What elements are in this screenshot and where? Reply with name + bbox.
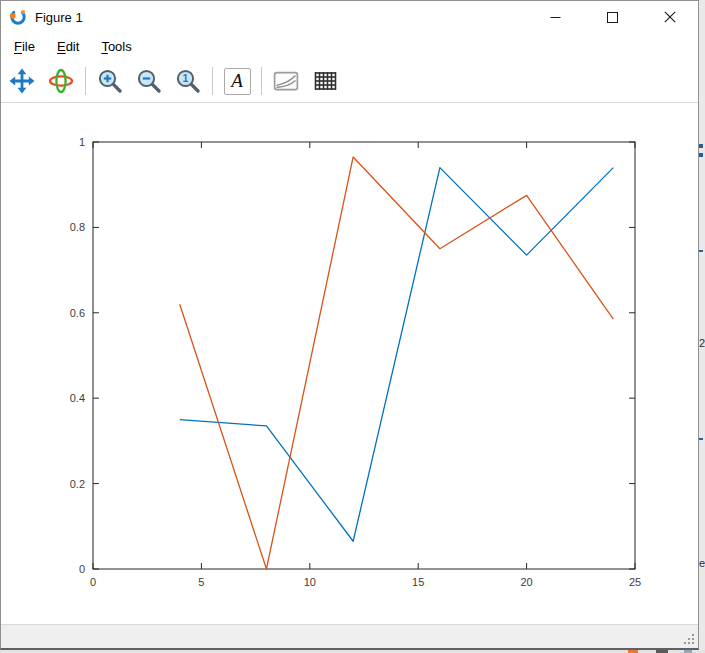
series-blue: [180, 168, 614, 542]
menu-edit[interactable]: Edit: [46, 35, 90, 58]
axes-icon: [273, 68, 299, 94]
clipped-glyph-fragment: [699, 144, 703, 148]
toolbar-separator: [85, 67, 86, 95]
zoom-one-glyph: 1: [183, 72, 189, 84]
x-tick-label: 15: [412, 576, 424, 588]
text-tool-icon: A: [224, 68, 251, 95]
resize-grip-icon[interactable]: [682, 632, 696, 646]
close-icon: [664, 11, 676, 23]
zoom-in-icon: [97, 68, 123, 94]
figure-plot[interactable]: 051015202500.20.40.60.81: [1, 103, 698, 623]
x-tick-label: 10: [304, 576, 316, 588]
minimize-button[interactable]: [527, 1, 584, 33]
plot-box: [93, 142, 635, 569]
pan-tool-button[interactable]: [7, 65, 37, 97]
toggle-axes-button[interactable]: [271, 65, 301, 97]
toggle-grid-button[interactable]: [310, 65, 340, 97]
insert-text-button[interactable]: A: [222, 65, 252, 97]
y-tick-label: 0.4: [70, 392, 85, 404]
pan-icon: [9, 68, 35, 94]
maximize-button[interactable]: [584, 1, 641, 33]
figure-canvas: 051015202500.20.40.60.81: [1, 103, 698, 623]
rotate-tool-button[interactable]: [46, 65, 76, 97]
zoom-original-icon: 1: [175, 68, 201, 94]
x-tick-label: 20: [520, 576, 532, 588]
zoom-in-button[interactable]: [95, 65, 125, 97]
toolbar: 1 A: [1, 60, 698, 103]
maximize-icon: [607, 12, 618, 23]
status-bar: [1, 624, 698, 648]
y-tick-label: 0.6: [70, 307, 85, 319]
close-button[interactable]: [641, 1, 698, 33]
series-orange: [180, 157, 614, 569]
zoom-original-button[interactable]: 1: [173, 65, 203, 97]
grid-icon: [312, 68, 338, 94]
menu-tools[interactable]: Tools: [90, 35, 142, 58]
toolbar-separator: [261, 67, 262, 95]
y-tick-label: 0: [79, 563, 85, 575]
x-tick-label: 5: [198, 576, 204, 588]
clipped-glyph-fragment: [699, 250, 703, 252]
background-sliver-right: 2 e: [699, 0, 705, 653]
zoom-out-icon: [136, 68, 162, 94]
clipped-glyph-fragment: [699, 438, 703, 440]
figure-window: Figure 1 File Edit Tools: [0, 0, 699, 650]
x-tick-label: 25: [629, 576, 641, 588]
clipped-glyph-fragment: e: [699, 557, 705, 569]
minimize-icon: [550, 12, 561, 23]
octave-logo-icon: [9, 8, 27, 26]
toolbar-separator: [212, 67, 213, 95]
caption-buttons: [527, 1, 698, 33]
menu-file[interactable]: File: [3, 35, 46, 58]
clipped-glyph-fragment: 2: [699, 337, 705, 349]
rotate-3d-icon: [48, 68, 74, 94]
clipped-glyph-fragment: [699, 153, 703, 157]
title-bar[interactable]: Figure 1: [1, 1, 698, 33]
menu-bar: File Edit Tools: [1, 33, 698, 60]
window-title: Figure 1: [35, 10, 83, 25]
y-tick-label: 0.2: [70, 478, 85, 490]
x-tick-label: 0: [90, 576, 96, 588]
y-tick-label: 0.8: [70, 221, 85, 233]
y-tick-label: 1: [79, 136, 85, 148]
zoom-out-button[interactable]: [134, 65, 164, 97]
